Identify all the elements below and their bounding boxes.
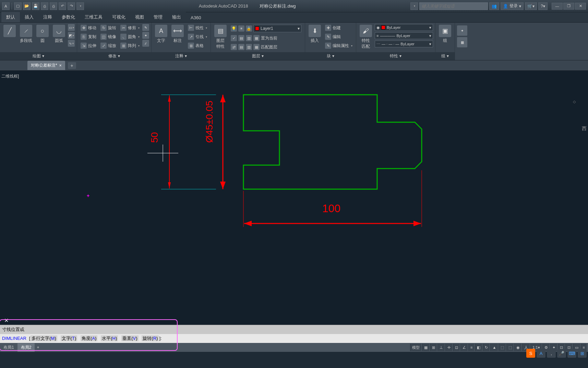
- make-current-button[interactable]: ✓▤▥▦ 置为当前: [229, 34, 303, 42]
- file-tab-active[interactable]: 对称公差标注* ×: [27, 61, 65, 70]
- edit-attr-button[interactable]: ✎编辑属性: [324, 42, 354, 49]
- scale-button[interactable]: ⤢缩放: [99, 42, 118, 49]
- keyboard-icon[interactable]: ⌨: [567, 349, 576, 358]
- panel-draw-title[interactable]: 绘图 ▾: [0, 52, 77, 60]
- fillet-button[interactable]: ◟圆角: [119, 33, 141, 41]
- move-button[interactable]: ✥移动: [79, 24, 98, 32]
- panel-modify-title[interactable]: 修改 ▾: [77, 52, 151, 60]
- tab-output[interactable]: 输出: [167, 12, 186, 22]
- drawing-canvas[interactable]: 二维线框] ◇ 西 + 50 Ø45±0.05 100: [0, 71, 588, 325]
- tab-parametric[interactable]: 参数化: [57, 12, 80, 22]
- redo-icon[interactable]: ↷: [68, 2, 75, 10]
- gizmo-icon[interactable]: ◉: [514, 344, 521, 351]
- save-icon[interactable]: 💾: [32, 2, 39, 10]
- sun-icon[interactable]: ☀: [238, 25, 244, 32]
- infocenter-icon[interactable]: 👥: [489, 2, 499, 10]
- login-button[interactable]: 👤 登录 ▾: [501, 2, 524, 10]
- bulb-icon[interactable]: 💡: [231, 25, 237, 32]
- qat-customize-icon[interactable]: [76, 2, 84, 10]
- insert-block-button[interactable]: ⬇插入: [307, 24, 322, 44]
- lock-icon[interactable]: 🔒: [246, 25, 252, 32]
- restore-icon[interactable]: ❐: [563, 3, 574, 10]
- linetype-dropdown[interactable]: ⋯— · — · — ByLayer▾: [375, 41, 433, 47]
- create-block-button[interactable]: ✚创建: [324, 24, 354, 32]
- layer-props-button[interactable]: ▤图层 特性: [213, 24, 228, 50]
- extras-icon[interactable]: ✦: [457, 25, 467, 36]
- polyline-button[interactable]: ⟋多段线: [19, 24, 34, 44]
- lineweight-dropdown[interactable]: ≡———— ByLayer▾: [375, 32, 433, 39]
- array-button[interactable]: ⊞阵列: [119, 42, 141, 49]
- text-button[interactable]: A文字: [154, 24, 169, 44]
- tab-visualize[interactable]: 可视化: [107, 12, 130, 22]
- close-icon[interactable]: ✕: [575, 3, 586, 10]
- stretch-button[interactable]: ⇲拉伸: [79, 42, 98, 49]
- circle-button[interactable]: ○圆: [35, 24, 50, 44]
- plot-icon[interactable]: ⎙: [50, 2, 57, 10]
- panel-block-title[interactable]: 块 ▾: [305, 52, 356, 60]
- minimize-icon[interactable]: —: [552, 3, 563, 10]
- leader-button[interactable]: ↗引线: [187, 33, 208, 41]
- hatch-icon[interactable]: ◩: [68, 32, 75, 39]
- app-menu-icon[interactable]: A: [2, 2, 10, 10]
- arc-button[interactable]: ◡圆弧: [51, 24, 67, 44]
- mic-icon[interactable]: 🎤: [557, 349, 566, 358]
- tab-annotate[interactable]: 注释: [38, 12, 57, 22]
- tab-manage[interactable]: 管理: [149, 12, 167, 22]
- grid-icon[interactable]: ▦: [422, 344, 429, 351]
- layout-add[interactable]: +: [35, 345, 41, 350]
- dimension-button[interactable]: ⟷标注: [170, 24, 185, 44]
- trim-button[interactable]: ✂修剪: [119, 24, 141, 32]
- file-tab-close-icon[interactable]: ×: [59, 63, 62, 68]
- snap-icon[interactable]: ⊞: [430, 344, 437, 351]
- tab-insert[interactable]: 插入: [20, 12, 38, 22]
- panel-group-title[interactable]: 组 ▾: [435, 52, 455, 60]
- panel-layers-title[interactable]: 图层 ▾: [211, 52, 305, 60]
- table-button[interactable]: ⊞表格: [187, 42, 208, 49]
- tab-a360[interactable]: A360: [186, 13, 206, 22]
- mirror-button[interactable]: ◫镜像: [99, 33, 118, 41]
- input-mode-icon[interactable]: A: [537, 349, 545, 358]
- tab-3dtools[interactable]: 三维工具: [80, 12, 107, 22]
- cycling-icon[interactable]: ↻: [483, 344, 490, 351]
- rotate-button[interactable]: ↻旋转: [99, 24, 118, 32]
- osnap-icon[interactable]: ⊡: [453, 344, 460, 351]
- layout-tab-2[interactable]: 布局2: [17, 343, 35, 352]
- erase-icon[interactable]: ✎: [142, 24, 149, 31]
- polar-icon[interactable]: ✛: [445, 344, 452, 351]
- command-line[interactable]: DIMLINEAR [多行文字(M) 文字(T) 角度(A) 水平(H) 垂直(…: [0, 334, 588, 343]
- punct-icon[interactable]: ,: [547, 349, 556, 358]
- tab-default[interactable]: 默认: [1, 12, 20, 22]
- panel-properties-title[interactable]: 特性 ▾: [356, 52, 435, 60]
- search-input[interactable]: [419, 2, 488, 10]
- group-button[interactable]: ▣组: [437, 24, 453, 44]
- color-dropdown[interactable]: ◉ByLayer▾: [375, 24, 433, 31]
- edit-block-button[interactable]: ✎编辑: [324, 33, 354, 41]
- otrack-icon[interactable]: ∠: [460, 344, 468, 351]
- file-tab-add[interactable]: +: [68, 62, 76, 69]
- help-icon[interactable]: ?▾: [538, 2, 548, 10]
- offset-icon[interactable]: ⫽: [142, 40, 149, 47]
- spline-icon[interactable]: ∿: [68, 40, 75, 47]
- saveas-icon[interactable]: ⎙: [41, 2, 48, 10]
- sogou-icon[interactable]: S: [526, 349, 535, 358]
- layer-dropdown[interactable]: Layer1▾: [253, 25, 301, 32]
- new-icon[interactable]: ▢: [14, 2, 22, 10]
- explode-icon[interactable]: ✦: [142, 32, 149, 39]
- rect-icon[interactable]: ▭: [68, 24, 75, 31]
- undo-icon[interactable]: ↶: [59, 2, 66, 10]
- copy-button[interactable]: ⎘复制: [79, 33, 98, 41]
- lweight-toggle-icon[interactable]: ≡: [468, 344, 474, 351]
- cmd-close-icon[interactable]: ✕: [4, 317, 9, 324]
- ortho-icon[interactable]: ⊥: [437, 344, 445, 351]
- extras2-icon[interactable]: ▦: [457, 37, 467, 47]
- line-button[interactable]: ╱: [2, 24, 17, 38]
- match-props-button[interactable]: 🖌特性 匹配: [358, 24, 373, 50]
- exchange-icon[interactable]: 🛒▾: [525, 2, 537, 10]
- model-button[interactable]: 模型: [410, 344, 421, 351]
- open-icon[interactable]: 📂: [23, 2, 31, 10]
- dyn-ucs-icon[interactable]: ⬚: [499, 344, 506, 351]
- transparency-icon[interactable]: ◧: [475, 344, 482, 351]
- layout-tab-1[interactable]: 布局1: [0, 343, 17, 352]
- search-menu-icon[interactable]: [410, 2, 418, 10]
- grid-tray-icon[interactable]: ⊞: [578, 349, 587, 358]
